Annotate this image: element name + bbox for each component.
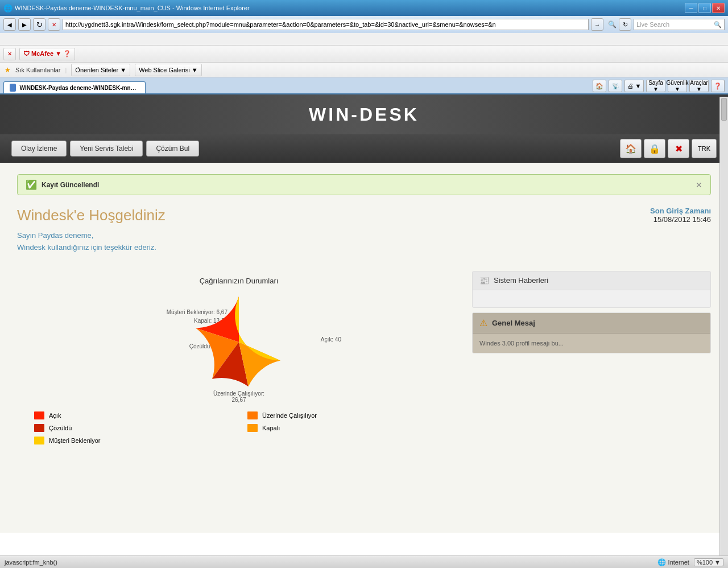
refresh-button[interactable]: ↻ bbox=[33, 18, 46, 31]
app-logo: WIN-DESK bbox=[309, 104, 419, 125]
browser-titlebar: 🌐 WINDESK-Paydas deneme-WINDESK-mnu_main… bbox=[0, 0, 728, 16]
genel-mesaj-header: ⚠ Genel Mesaj bbox=[473, 313, 710, 334]
pie-label-right: Açık: 40 bbox=[321, 336, 341, 343]
sistem-haberleri-icon: 📰 bbox=[479, 276, 489, 285]
pie-chart-svg bbox=[193, 297, 284, 388]
back-button[interactable]: ◀ bbox=[3, 18, 16, 31]
genel-mesaj-body: Windes 3.00 profil mesajı bu... bbox=[473, 334, 710, 353]
last-login-time: 15/08/2012 15:46 bbox=[650, 215, 711, 224]
welcome-section: Windesk'e Hoşgeldiniz Sayın Paydas denem… bbox=[17, 207, 711, 254]
legend-color-uzerinde bbox=[247, 411, 258, 419]
window-title: WINDESK-Paydas deneme-WINDESK-mnu_main_C… bbox=[15, 5, 250, 11]
security-label: Güvenlik ▼ bbox=[667, 80, 689, 92]
scrollbar-track[interactable] bbox=[719, 97, 728, 533]
left-col: Çağrılarınızın Durumları Müşteri Bekleni… bbox=[17, 271, 461, 450]
print-btn[interactable]: 🖨 ▼ bbox=[624, 80, 644, 92]
browser-addressbar: ◀ ▶ ↻ ✕ → 🔍 ↻ Live Search 🔍 bbox=[0, 16, 728, 33]
sistem-haberleri-body bbox=[473, 290, 710, 307]
suggested-sites-btn[interactable]: Önerilen Siteler ▼ bbox=[71, 64, 130, 76]
notification-bar: ✅ Kayıt Güncellendi ✕ bbox=[17, 174, 711, 195]
last-login-label: Son Giriş Zamanı bbox=[650, 207, 711, 215]
nav-buttons: Olay İzleme Yeni Servis Talebi Çözüm Bul bbox=[11, 141, 199, 157]
welcome-left: Windesk'e Hoşgeldiniz Sayın Paydas denem… bbox=[17, 207, 166, 254]
legend-color-cozuldu bbox=[34, 424, 44, 432]
tab-bar: WINDESK-Paydas deneme-WINDESK-mnu_main_C… bbox=[0, 77, 728, 94]
legend-label-kapali: Kapalı bbox=[262, 425, 280, 431]
welcome-subtitle: Sayın Paydas deneme, Windesk kullandığın… bbox=[17, 230, 166, 254]
app-navbar: Olay İzleme Yeni Servis Talebi Çözüm Bul… bbox=[0, 134, 728, 163]
fav-sep-icon: | bbox=[65, 67, 67, 73]
notification-close-btn[interactable]: ✕ bbox=[696, 180, 702, 190]
app-header: WIN-DESK bbox=[0, 94, 728, 134]
search-icon: 🔍 bbox=[608, 20, 617, 28]
last-login: Son Giriş Zamanı 15/08/2012 15:46 bbox=[650, 207, 711, 224]
scrollbar-thumb[interactable] bbox=[721, 98, 727, 121]
browser-icon: 🌐 bbox=[3, 4, 13, 13]
chart-section: Çağrılarınızın Durumları Müşteri Bekleni… bbox=[17, 271, 461, 450]
close-button[interactable]: ✕ bbox=[712, 3, 725, 13]
web-slice-btn[interactable]: Web Slice Galerisi ▼ bbox=[135, 64, 202, 76]
chart-title: Çağrılarınızın Durumları bbox=[23, 277, 455, 285]
go-button[interactable]: → bbox=[591, 18, 603, 31]
address-input[interactable] bbox=[63, 19, 589, 30]
right-col: 📰 Sistem Haberleri ⚠ Genel Mesaj Windes … bbox=[472, 271, 711, 450]
mcafee-btn[interactable]: 🛡 McAfee ▼ ❓ bbox=[19, 48, 75, 60]
legend-kapali: Kapalı bbox=[247, 424, 444, 432]
olay-izleme-btn[interactable]: Olay İzleme bbox=[11, 141, 67, 157]
tools-label: Araçlar ▼ bbox=[690, 80, 708, 92]
content-area: ✅ Kayıt Güncellendi ✕ Windesk'e Hoşgeldi… bbox=[0, 163, 728, 533]
favorites-link[interactable]: Sık Kullanılanlar bbox=[15, 67, 61, 73]
tab-bar-right: 🏠 📡 🖨 ▼ Sayfa ▼ Güvenlik ▼ Araçlar ▼ ❓ bbox=[593, 80, 725, 93]
legend-color-musteri bbox=[34, 437, 44, 444]
home-icon-btn[interactable]: 🏠 bbox=[593, 80, 606, 92]
sistem-haberleri-box: 📰 Sistem Haberleri bbox=[472, 271, 711, 308]
help-icon-btn[interactable]: ❓ bbox=[711, 80, 725, 92]
maximize-button[interactable]: □ bbox=[698, 3, 711, 13]
lock-nav-btn[interactable]: 🔒 bbox=[644, 139, 665, 158]
app-wrapper: WIN-DESK Olay İzleme Yeni Servis Talebi … bbox=[0, 94, 728, 533]
minimize-button[interactable]: ─ bbox=[685, 3, 697, 13]
live-search-box[interactable]: Live Search 🔍 bbox=[634, 19, 725, 30]
browser-toolbar: ✕ 🛡 McAfee ▼ ❓ bbox=[0, 46, 728, 63]
forward-button[interactable]: ▶ bbox=[18, 18, 31, 31]
lang-nav-btn[interactable]: TRK bbox=[692, 139, 717, 158]
close-toolbar-btn[interactable]: ✕ bbox=[3, 48, 16, 60]
genel-mesaj-text: Windes 3.00 profil mesajı bu... bbox=[479, 340, 564, 347]
favorites-star-icon: ★ bbox=[5, 66, 11, 74]
tools-btn[interactable]: Araçlar ▼ bbox=[689, 80, 709, 92]
pie-chart-container: Müşteri Bekleniyor: 6,67 Kapalı: 13,33 Ç… bbox=[136, 297, 341, 403]
pie-label-bottom: Üzerinde Çalışılıyor: 26,67 bbox=[136, 390, 341, 403]
legend-label-uzerinde: Üzerinde Çalışılıyor bbox=[262, 412, 317, 419]
window-controls: ─ □ ✕ bbox=[685, 3, 725, 13]
legend-label-musteri: Müşteri Bekleniyor bbox=[49, 437, 100, 444]
active-tab[interactable]: WINDESK-Paydas deneme-WINDESK-mnu_main_C… bbox=[3, 81, 146, 93]
tab-label: WINDESK-Paydas deneme-WINDESK-mnu_main_C… bbox=[19, 85, 139, 91]
cozum-bul-btn[interactable]: Çözüm Bul bbox=[146, 141, 199, 157]
page-btn[interactable]: Sayfa ▼ bbox=[646, 80, 665, 92]
home-nav-btn[interactable]: 🏠 bbox=[620, 139, 642, 158]
sistem-haberleri-title: Sistem Haberleri bbox=[494, 276, 548, 285]
browser-menubar bbox=[0, 33, 728, 46]
legend-cozuldu: Çözüldü bbox=[34, 424, 230, 432]
welcome-line1: Sayın Paydas deneme, bbox=[17, 230, 166, 242]
refresh-button-2[interactable]: ↻ bbox=[619, 18, 631, 31]
notification-message: Kayıt Güncellendi bbox=[42, 181, 99, 189]
page-label: Sayfa ▼ bbox=[647, 80, 665, 92]
sistem-haberleri-header: 📰 Sistem Haberleri bbox=[473, 271, 710, 290]
close-nav-btn[interactable]: ✖ bbox=[668, 139, 689, 158]
stop-button[interactable]: ✕ bbox=[48, 18, 60, 31]
legend-acik: Açık bbox=[34, 411, 230, 419]
legend-color-kapali bbox=[247, 424, 258, 432]
favorites-label: Sık Kullanılanlar bbox=[15, 67, 61, 73]
titlebar-left: 🌐 WINDESK-Paydas deneme-WINDESK-mnu_main… bbox=[3, 4, 250, 13]
genel-mesaj-title: Genel Mesaj bbox=[492, 319, 535, 327]
welcome-line2: Windesk kullandığınız için teşekkür eder… bbox=[17, 242, 166, 254]
check-icon: ✅ bbox=[26, 179, 37, 190]
tab-favicon bbox=[10, 84, 16, 92]
search-label: Live Search bbox=[636, 21, 669, 28]
genel-mesaj-box: ⚠ Genel Mesaj Windes 3.00 profil mesajı … bbox=[472, 312, 711, 353]
notification-text: ✅ Kayıt Güncellendi bbox=[26, 179, 99, 190]
yeni-servis-btn[interactable]: Yeni Servis Talebi bbox=[70, 141, 143, 157]
feeds-btn[interactable]: 📡 bbox=[609, 80, 622, 92]
security-btn[interactable]: Güvenlik ▼ bbox=[668, 80, 687, 92]
